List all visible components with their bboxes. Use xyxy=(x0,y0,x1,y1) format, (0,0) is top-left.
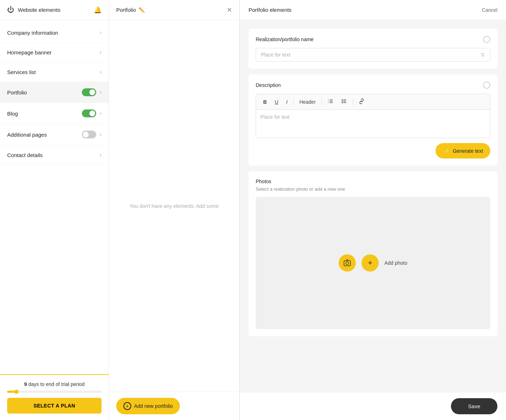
save-button[interactable]: Save xyxy=(451,398,497,414)
sidebar-item-label: Contact details xyxy=(7,152,43,158)
right-panel-header: Portfolio elements Cancel xyxy=(240,0,506,20)
close-icon[interactable]: ✕ xyxy=(227,6,232,14)
bell-icon[interactable]: 🔔 xyxy=(94,6,102,14)
middle-footer: + Add new portfolio xyxy=(109,392,239,420)
sidebar-item-additional-pages[interactable]: Additional pages › xyxy=(0,124,109,145)
sidebar-item-label: Services list xyxy=(7,69,36,75)
svg-text:3: 3 xyxy=(328,102,329,103)
chevron-right-icon: › xyxy=(100,49,102,55)
sidebar-item-label: Homepage banner xyxy=(7,49,51,55)
editor-toolbar: B U I Header 123 xyxy=(256,94,490,109)
edit-icon[interactable]: ✏️ xyxy=(139,7,145,13)
sidebar-item-contact-details[interactable]: Contact details › xyxy=(0,145,109,165)
chevron-right-icon: › xyxy=(100,89,102,96)
realization-name-header: Realization/portfolio name xyxy=(256,36,490,43)
realization-name-placeholder: Place for text xyxy=(261,52,290,58)
trial-banner: 9 days to end of trial period SELECT A P… xyxy=(0,374,109,420)
italic-button[interactable]: I xyxy=(283,98,290,106)
middle-empty-state: You don't have any elements. Add some xyxy=(109,20,239,392)
blog-toggle[interactable]: ✓ xyxy=(82,109,96,117)
sidebar-item-label: Portfolio xyxy=(7,89,27,96)
select-photo-button[interactable] xyxy=(339,254,356,272)
sidebar-header: ⏻ Website elements 🔔 xyxy=(0,0,109,20)
additional-pages-toggle[interactable] xyxy=(82,131,96,138)
svg-point-13 xyxy=(346,262,349,265)
toolbar-separator xyxy=(293,99,294,105)
svg-point-11 xyxy=(342,102,343,103)
chevron-right-icon: › xyxy=(100,29,102,36)
right-panel-title: Portfolio elements xyxy=(249,7,291,13)
generate-label: Generate text xyxy=(453,148,483,154)
trial-progress-bar xyxy=(7,391,102,393)
sidebar-item-company-information[interactable]: Company information › xyxy=(0,23,109,43)
add-photo-button[interactable]: + xyxy=(362,254,379,272)
chevron-right-icon: › xyxy=(100,152,102,158)
svg-rect-12 xyxy=(344,261,350,266)
trial-progress-dot xyxy=(14,390,19,394)
sidebar-item-services-list[interactable]: Services list › xyxy=(0,62,109,82)
plus-circle-icon: + xyxy=(123,402,131,410)
cancel-button[interactable]: Cancel xyxy=(482,7,497,13)
middle-panel-title: Portfolio ✏️ xyxy=(116,7,145,13)
input-handle-icon: ⇅ xyxy=(481,52,485,58)
right-panel-content: Realization/portfolio name Place for tex… xyxy=(240,20,506,392)
sidebar-item-portfolio[interactable]: Portfolio ✓ › xyxy=(0,82,109,103)
empty-message: You don't have any elements. Add some xyxy=(130,203,219,209)
sidebar-nav: Company information › Homepage banner › … xyxy=(0,20,109,374)
add-portfolio-label: Add new portfolio xyxy=(134,403,173,409)
select-plan-button[interactable]: SELECT A PLAN xyxy=(7,398,102,414)
unordered-list-button[interactable] xyxy=(338,97,350,107)
photos-label: Photos xyxy=(256,179,490,184)
underline-button[interactable]: U xyxy=(272,98,281,106)
description-section: Description B U I Header 123 xyxy=(249,74,497,166)
photos-sublabel: Select a realization photo or add a new … xyxy=(256,186,490,192)
add-photo-label: Add photo xyxy=(384,260,407,266)
description-header: Description xyxy=(256,82,490,89)
link-button[interactable] xyxy=(356,97,367,107)
realization-name-label: Realization/portfolio name xyxy=(256,36,314,42)
sidebar-header-left: ⏻ Website elements xyxy=(7,6,60,14)
description-editor[interactable]: Place for text xyxy=(256,109,490,138)
toolbar-separator-2 xyxy=(353,99,353,105)
generate-text-button[interactable]: ✨ Generate text xyxy=(436,143,490,158)
chevron-right-icon: › xyxy=(100,110,102,117)
photos-area: + Add photo xyxy=(256,197,490,329)
sidebar-title: Website elements xyxy=(18,7,60,13)
chevron-right-icon: › xyxy=(100,131,102,138)
add-portfolio-button[interactable]: + Add new portfolio xyxy=(116,398,180,414)
svg-point-9 xyxy=(342,99,343,101)
svg-point-10 xyxy=(342,101,343,102)
description-label: Description xyxy=(256,82,281,88)
trial-days: 9 xyxy=(24,381,27,387)
sidebar: ⏻ Website elements 🔔 Company information… xyxy=(0,0,109,420)
portfolio-toggle[interactable]: ✓ xyxy=(82,88,96,96)
sidebar-item-label: Company information xyxy=(7,30,58,36)
right-panel: Portfolio elements Cancel Realization/po… xyxy=(240,0,506,420)
middle-panel: Portfolio ✏️ ✕ You don't have any elemen… xyxy=(109,0,240,420)
sidebar-item-blog[interactable]: Blog ✓ › xyxy=(0,103,109,124)
header-button[interactable]: Header xyxy=(296,98,319,106)
right-panel-footer: Save xyxy=(240,392,506,420)
bold-button[interactable]: B xyxy=(260,98,270,106)
sidebar-item-homepage-banner[interactable]: Homepage banner › xyxy=(0,43,109,62)
sidebar-item-label: Additional pages xyxy=(7,132,47,138)
description-placeholder: Place for text xyxy=(260,114,290,120)
trial-text: 9 days to end of trial period xyxy=(7,381,102,387)
toolbar-separator xyxy=(321,99,322,105)
ordered-list-button[interactable]: 123 xyxy=(325,97,336,107)
generate-icon: ✨ xyxy=(443,147,450,154)
middle-panel-header: Portfolio ✏️ ✕ xyxy=(109,0,239,20)
power-icon: ⏻ xyxy=(7,6,14,14)
trial-text-suffix: days to end of trial period xyxy=(28,381,84,387)
realization-name-radio[interactable] xyxy=(483,36,490,43)
middle-title-text: Portfolio xyxy=(116,7,136,13)
realization-name-section: Realization/portfolio name Place for tex… xyxy=(249,29,497,69)
realization-name-input[interactable]: Place for text ⇅ xyxy=(256,48,490,62)
chevron-right-icon: › xyxy=(100,69,102,75)
photos-section: Photos Select a realization photo or add… xyxy=(249,171,497,336)
description-radio[interactable] xyxy=(483,82,490,89)
sidebar-item-label: Blog xyxy=(7,111,18,117)
